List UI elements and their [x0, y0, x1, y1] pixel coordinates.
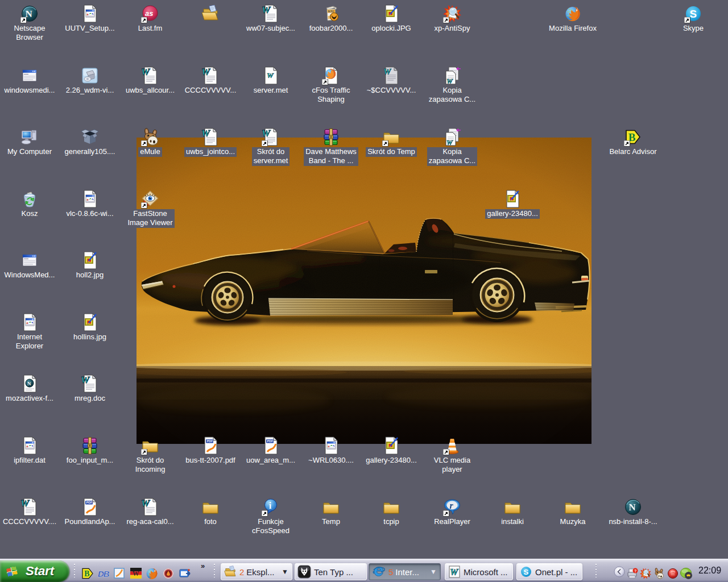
svg-text:?: ?: [634, 569, 636, 573]
svg-text:W: W: [450, 567, 459, 577]
svg-text:DB: DB: [98, 569, 109, 579]
svg-text:W: W: [133, 569, 139, 577]
